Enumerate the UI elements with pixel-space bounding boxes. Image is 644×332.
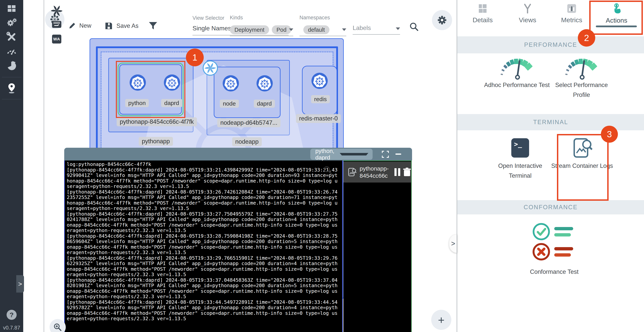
dashboard-layout-icon[interactable] — [0, 1, 23, 16]
tab-details-label: Details — [472, 16, 493, 24]
log-search-cursor-icon[interactable] — [323, 165, 333, 175]
container-label-node: node — [220, 100, 239, 108]
log-entries: [pythonapp-8454cc66c-4f7fk:daprd] 2024-0… — [67, 167, 340, 322]
view-selector-label: View Selector — [192, 15, 224, 21]
action-open-interactive-terminal[interactable]: Open Interactive Terminal — [487, 161, 553, 181]
dapr-spiral-icon[interactable] — [46, 5, 67, 17]
add-button[interactable]: + — [431, 310, 451, 330]
metrics-bar-chart-icon — [566, 3, 577, 13]
components-gears-icon[interactable] — [0, 15, 23, 30]
container-daprd2-icon[interactable] — [256, 75, 273, 91]
pod-nodeapp[interactable] — [214, 67, 280, 118]
action-label: Conformance Test — [521, 267, 587, 277]
pod-name-redis: redis-master-0 — [296, 114, 341, 123]
help-icon: ? — [10, 311, 14, 319]
annotation-step-3: 3 — [601, 126, 618, 143]
rail-divider — [2, 77, 21, 77]
log-entry: [pythonapp-8454cc66c-4f7fk:daprd] 2024-0… — [67, 278, 340, 300]
views-branch-icon — [522, 3, 532, 13]
search-icon[interactable] — [409, 22, 419, 32]
trash-icon[interactable] — [403, 168, 411, 177]
action-label: Adhoc Performance Test — [484, 80, 550, 90]
filter-funnel-icon[interactable] — [148, 22, 158, 31]
new-button[interactable]: New — [68, 22, 91, 30]
wasm-wa-icon[interactable]: WA — [46, 33, 67, 45]
labels-placeholder: Labels — [353, 24, 371, 31]
action-label: Select Performance Profile — [549, 80, 614, 100]
rail-expand-button[interactable]: > — [16, 275, 24, 293]
container-redis-icon[interactable] — [312, 73, 328, 89]
action-select-performance-profile[interactable]: Select Performance Profile — [549, 56, 614, 100]
secondary-nav-rail: WA — [23, 0, 44, 332]
panel-collapse-button[interactable]: > — [449, 234, 457, 253]
chevron-right-icon: > — [18, 280, 22, 288]
tab-views-label: Views — [519, 16, 536, 24]
annotation-step-1: 1 — [186, 48, 204, 66]
tab-details[interactable]: Details — [464, 3, 501, 32]
gear-icon — [436, 15, 448, 25]
container-selector-dropdown[interactable]: python, daprd — [310, 149, 372, 160]
annotation-step-2: 2 — [578, 29, 595, 47]
log-entry: [pythonapp-8454cc66c-4f7fk:daprd] 2024-0… — [67, 233, 340, 255]
namespace-chip-default[interactable]: default — [303, 25, 330, 34]
action-adhoc-performance-test[interactable]: Adhoc Performance Test — [484, 56, 550, 90]
log-first-line: log:pythonapp-8454cc66c-4f7fk — [67, 162, 340, 167]
save-as-button[interactable]: Save As — [104, 22, 138, 30]
log-entry: [pythonapp-8454cc66c-4f7fk:daprd] 2024-0… — [67, 300, 340, 322]
minimize-icon[interactable] — [396, 154, 401, 155]
app-window: ? v0.7.87 > WA > New Save As View Select… — [0, 0, 644, 332]
log-entry: [pythonapp-8454cc66c-4f7fk:daprd] 2024-0… — [67, 189, 340, 211]
location-pin-icon[interactable] — [0, 81, 23, 95]
chevron-down-icon — [396, 27, 400, 30]
deployment-label-pythonapp: pythonapp — [139, 137, 173, 146]
settings-button[interactable] — [432, 10, 452, 30]
pie-chart-icon[interactable] — [0, 58, 23, 73]
chevron-right-icon: > — [451, 240, 455, 248]
annotation-box-3 — [557, 134, 608, 201]
log-output[interactable]: log:pythonapp-8454cc66c-4f7fk [pythonapp… — [64, 160, 343, 332]
tab-metrics-label: Metrics — [561, 16, 582, 24]
container-label-daprd: daprd — [254, 100, 275, 108]
kind-chip-deployment[interactable]: Deployment — [230, 25, 269, 34]
plus-icon: + — [438, 314, 444, 327]
fullscreen-icon[interactable] — [382, 151, 389, 158]
chevron-down-icon — [289, 28, 293, 31]
performance-gauge-icon[interactable] — [0, 44, 23, 58]
container-node-icon[interactable] — [223, 75, 239, 91]
zoom-in-button[interactable] — [50, 319, 66, 332]
namespaces-dropdown[interactable]: default — [300, 25, 346, 36]
log-entry: [pythonapp-8454cc66c-4f7fk:daprd] 2024-0… — [67, 167, 340, 189]
pod-name-pythonapp: pythonapp-8454cc66c-4f7fk — [117, 117, 197, 126]
deployment-label-nodeapp: nodeapp — [232, 137, 262, 146]
action-label: Open Interactive Terminal — [487, 161, 553, 181]
tab-views[interactable]: Views — [509, 3, 546, 32]
log-entry: [pythonapp-8454cc66c-4f7fk:daprd] 2024-0… — [67, 211, 340, 233]
kind-chip-pod[interactable]: Pod — [272, 25, 291, 34]
log-stream-item[interactable]: pythonapp-8454cc66c — [344, 162, 411, 183]
section-conformance: CONFORMANCE — [457, 200, 644, 214]
labels-dropdown[interactable]: Labels — [353, 24, 400, 35]
archive-tray-icon[interactable] — [46, 18, 67, 30]
conformance-test-icon[interactable] — [522, 220, 586, 263]
dapr-sidecar-badge-icon[interactable] — [202, 60, 218, 76]
pod-name-nodeapp: nodeapp-d64b5747... — [217, 118, 280, 127]
section-terminal: TERMINAL — [457, 114, 644, 130]
section-terminal-title: TERMINAL — [533, 119, 568, 126]
terminal-icon[interactable]: >_ — [511, 138, 529, 158]
help-button[interactable]: ? — [6, 310, 17, 320]
gauge-icon — [564, 56, 599, 80]
action-conformance-test[interactable]: Conformance Test — [521, 267, 587, 277]
save-floppy-icon — [104, 22, 113, 30]
tools-icon[interactable] — [0, 30, 23, 44]
kinds-dropdown[interactable]: Deployment Pod — [230, 25, 293, 36]
namespaces-label: Namespaces — [300, 15, 330, 21]
save-as-button-label: Save As — [116, 22, 138, 29]
section-performance: PERFORMANCE — [457, 36, 644, 53]
rail-divider — [2, 99, 21, 99]
chevron-down-icon — [342, 28, 346, 31]
pause-icon[interactable] — [394, 168, 400, 176]
app-version: v0.7.87 — [0, 325, 23, 331]
tab-metrics[interactable]: Metrics — [553, 3, 590, 32]
section-conformance-title: CONFORMANCE — [524, 204, 578, 211]
container-selector-value: python, daprd — [315, 148, 340, 161]
